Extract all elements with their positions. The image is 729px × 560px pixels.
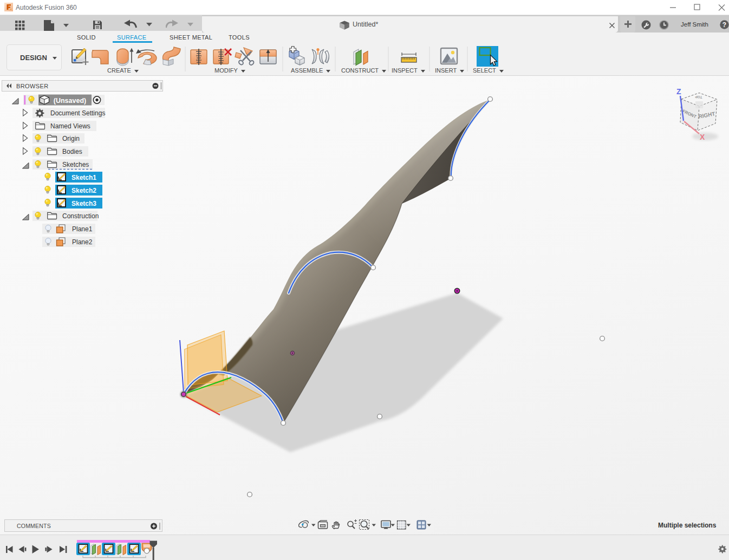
svg-text:Sketch2: Sketch2	[71, 187, 96, 194]
svg-text:Sketch3: Sketch3	[71, 200, 96, 207]
svg-text:BROWSER: BROWSER	[16, 83, 49, 89]
svg-text:Origin: Origin	[62, 135, 80, 142]
svg-text:Construction: Construction	[62, 212, 99, 220]
svg-text:(Unsaved): (Unsaved)	[54, 97, 86, 105]
svg-text:?: ?	[723, 21, 726, 29]
svg-text:Named Views: Named Views	[50, 122, 90, 130]
svg-text:X: X	[700, 133, 705, 141]
svg-text:Document Settings: Document Settings	[50, 109, 105, 117]
svg-text:TOP: TOP	[694, 95, 702, 99]
svg-text:Plane1: Plane1	[72, 225, 93, 233]
svg-text:Bodies: Bodies	[62, 148, 82, 155]
svg-text:Sketches: Sketches	[62, 161, 89, 168]
svg-text:Sketch1: Sketch1	[71, 174, 96, 181]
svg-text:Plane2: Plane2	[72, 238, 93, 246]
svg-text:Z: Z	[676, 87, 681, 96]
